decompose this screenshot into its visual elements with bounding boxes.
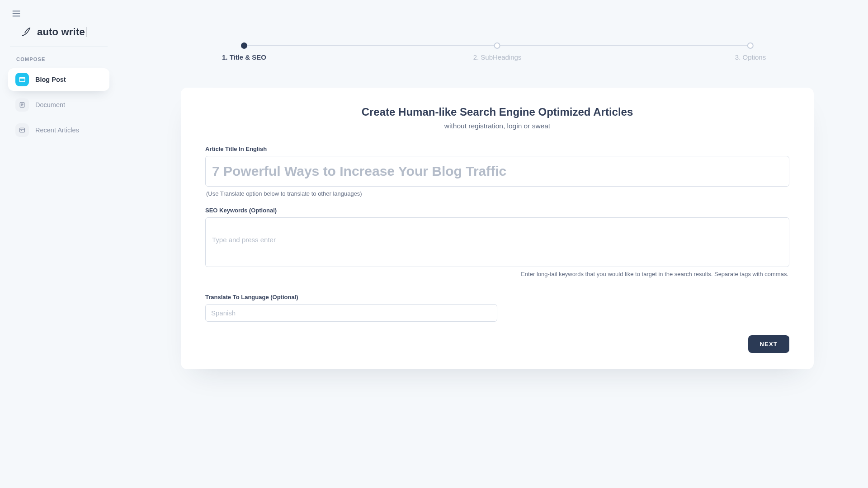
hamburger-icon [11,9,21,20]
brand-cursor [86,27,86,37]
next-button[interactable]: NEXT [748,335,789,353]
translate-language-input[interactable] [205,304,497,322]
quill-icon [21,25,33,37]
main-content: 1. Title & SEO 2. SubHeadings 3. Options… [118,0,868,387]
step-dot-icon [241,42,247,49]
card-heading: Create Human-like Search Engine Optimize… [205,106,789,118]
card-subheading: without registration, login or sweat [205,122,789,130]
menu-toggle-button[interactable] [6,5,26,24]
seo-keywords-input[interactable]: Type and press enter [205,217,789,267]
sidebar-item-label: Blog Post [35,76,66,83]
document-icon [15,98,29,112]
tab-window-icon [15,73,29,86]
step-label: 2. SubHeadings [473,53,522,61]
sidebar-item-document[interactable]: Document [8,94,109,116]
seo-keywords-hint: Enter long-tail keywords that you would … [206,271,788,277]
article-title-label: Article Title In English [205,145,789,152]
list-card-icon [15,123,29,137]
step-dot-icon [494,42,500,49]
brand: auto write [0,24,118,46]
step-subheadings[interactable]: 2. SubHeadings [473,42,522,61]
step-options[interactable]: 3. Options [735,42,766,61]
step-label: 3. Options [735,53,766,61]
sidebar-section-label: COMPOSE [0,55,118,66]
step-title-seo[interactable]: 1. Title & SEO [222,42,266,61]
svg-rect-0 [19,77,25,81]
article-title-hint: (Use Translate option below to translate… [206,190,788,197]
stepper: 1. Title & SEO 2. SubHeadings 3. Options [244,42,750,70]
translate-language-label: Translate To Language (Optional) [205,294,789,300]
brand-name: auto write [37,26,85,38]
sidebar-item-recent-articles[interactable]: Recent Articles [8,119,109,141]
sidebar: auto write COMPOSE Blog Post Document Re… [0,0,118,488]
sidebar-item-label: Document [35,101,65,108]
step-label: 1. Title & SEO [222,53,266,61]
seo-keywords-label: SEO Keywords (Optional) [205,207,789,214]
sidebar-divider [10,46,108,47]
form-card: Create Human-like Search Engine Optimize… [181,88,814,369]
sidebar-item-blog-post[interactable]: Blog Post [8,68,109,91]
article-title-input[interactable] [205,156,789,187]
sidebar-item-label: Recent Articles [35,127,79,134]
step-dot-icon [747,42,754,49]
